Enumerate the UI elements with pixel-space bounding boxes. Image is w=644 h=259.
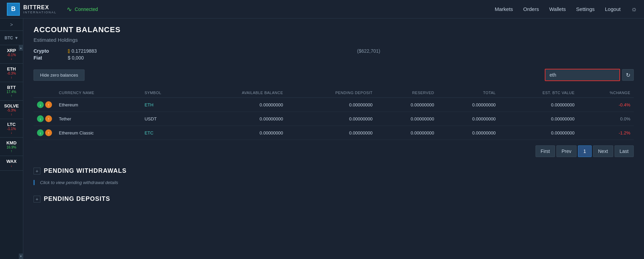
sidebar-item-ltc[interactable]: LTC -1.1% ↓ [0,119,23,138]
withdraw-button[interactable]: ↑ [45,101,52,108]
nav-logout[interactable]: Logout [605,6,621,12]
col-actions [34,88,55,98]
row-reserved: 0.00000000 [376,112,438,126]
header: B BITTREX INTERNATIONAL ∿ Connected Mark… [0,0,644,18]
pending-deposits-title: PENDING DEPOSITS [44,195,110,203]
fiat-symbol: $ [68,55,70,61]
sidebar-item-btt[interactable]: BTT 17.4% ↑ [0,82,23,101]
btc-label: BTC [4,36,13,40]
table-row: ↓ ↑ Ethereum ETH 0.00000000 0.00000000 0… [34,98,634,112]
main-content: ACCOUNT BALANCES Estimated Holdings Cryp… [23,18,644,259]
pending-withdrawals-link[interactable]: Click to view pending withdrawal details [40,180,634,185]
sidebar-scroll-up[interactable]: ▲ [19,45,23,51]
estimated-holdings-subtitle: Estimated Holdings [34,37,634,43]
coin-name: WAX [2,159,21,164]
brand-sub: INTERNATIONAL [23,11,56,14]
pending-withdrawals-expand-button[interactable]: + [34,168,40,174]
coin-change: -1.1% [2,127,21,131]
coin-change: -0.1% [2,53,21,57]
row-actions: ↓ ↑ [34,98,55,112]
sidebar-item-kmd[interactable]: KMD 16.9% ↑ [0,138,23,156]
nav-settings[interactable]: Settings [576,6,595,12]
col-reserved: RESERVED [376,88,438,98]
sidebar-btc-selector[interactable]: BTC ▼ [0,31,23,45]
pending-withdrawals-title: PENDING WITHDRAWALS [44,167,127,174]
col-available-balance: AVAILABLE BALANCE [189,88,286,98]
row-currency-name: Ethereum Classic [55,126,141,140]
pagination-prev-button[interactable]: Prev [556,145,577,157]
table-row: ↓ ↑ Ethereum Classic ETC 0.00000000 0.00… [34,126,634,140]
coin-name: BTT [2,85,21,90]
fiat-amount: 0,000 [72,55,84,61]
coin-change: 17.4% [2,90,21,94]
coin-name: XRP [2,48,21,53]
arrow-down-icon: ↓ [2,75,21,79]
theme-toggle-icon[interactable]: ☼ [631,5,637,13]
row-total: 0.00000000 [438,112,499,126]
row-total: 0.00000000 [438,126,499,140]
crypto-amount: 0.17219883 [72,48,97,54]
row-pending: 0.00000000 [286,112,376,126]
nav-orders[interactable]: Orders [523,6,539,12]
sidebar-item-wax[interactable]: WAX ↓ [0,156,23,171]
col-currency-name: CURRENCY NAME [55,88,141,98]
deposit-button[interactable]: ↓ [37,101,44,108]
sidebar-scroll-down[interactable]: ▼ [19,254,23,259]
crypto-label: Crypto [34,48,61,54]
logo-icon: B [7,3,20,16]
connected-label: Connected [75,7,98,12]
pending-deposits-expand-button[interactable]: + [34,196,40,203]
refresh-button[interactable]: ↻ [622,69,634,81]
pagination-first-button[interactable]: First [536,145,555,157]
pagination-current-button[interactable]: 1 [578,145,592,157]
col-pending-deposit: PENDING DEPOSIT [286,88,376,98]
page-title: ACCOUNT BALANCES [34,25,634,34]
btc-dropdown-icon: ▼ [14,36,18,40]
withdraw-button[interactable]: ↑ [45,129,52,136]
row-reserved: 0.00000000 [376,126,438,140]
row-actions: ↓ ↑ [34,112,55,126]
sidebar-toggle[interactable]: > [0,18,23,31]
row-reserved: 0.00000000 [376,98,438,112]
sidebar: > BTC ▼ ▲ XRP -0.1% ↓ ETH -0.3% ↓ BTT 17… [0,18,23,259]
coin-change: -5.3% [2,108,21,112]
row-symbol: USDT [141,112,189,126]
coin-name: LTC [2,122,21,127]
row-btc-value: 0.00000000 [499,126,578,140]
wifi-icon: ∿ [67,5,72,13]
col-change: %CHANGE [578,88,634,98]
pending-withdrawals-body: Click to view pending withdrawal details [34,180,634,185]
withdraw-button[interactable]: ↑ [45,115,52,122]
nav-markets[interactable]: Markets [495,6,513,12]
holdings-grid: Crypto ₿ 0.17219883 ($622,701) Fiat $ 0,… [34,48,634,61]
hide-zero-balances-button[interactable]: Hide zero balances [34,69,85,81]
arrow-up-icon: ↑ [2,94,21,98]
row-currency-name: Tether [55,112,141,126]
table-row: ↓ ↑ Tether USDT 0.00000000 0.00000000 0.… [34,112,634,126]
logo-text: BITTREX INTERNATIONAL [23,4,56,14]
arrow-up-icon: ↑ [2,149,21,153]
sidebar-item-solve[interactable]: SOLVE -5.3% ↓ [0,101,23,119]
brand-name: BITTREX [23,4,56,11]
coin-name: SOLVE [2,103,21,108]
toolbar: Hide zero balances ↻ [34,69,634,81]
coin-name: ETH [2,66,21,72]
arrow-down-icon: ↓ [2,57,21,61]
pagination-next-button[interactable]: Next [593,145,613,157]
nav-wallets[interactable]: Wallets [549,6,566,12]
search-container: ↻ [545,69,634,81]
coin-change: -0.3% [2,72,21,75]
deposit-button[interactable]: ↓ [37,115,44,122]
chevron-right-icon: > [10,22,13,27]
sidebar-item-eth[interactable]: ETH -0.3% ↓ [0,64,23,82]
deposit-button[interactable]: ↓ [37,129,44,136]
fiat-value: $ 0,000 [68,55,350,61]
row-available: 0.00000000 [189,98,286,112]
header-nav: Markets Orders Wallets Settings Logout ☼ [495,5,637,13]
pagination-last-button[interactable]: Last [615,145,634,157]
arrow-down-icon: ↓ [2,112,21,116]
pending-deposits-header: + PENDING DEPOSITS [34,195,634,203]
coin-change: 16.9% [2,145,21,149]
row-change: 0.0% [578,112,634,126]
search-input[interactable] [545,69,620,81]
